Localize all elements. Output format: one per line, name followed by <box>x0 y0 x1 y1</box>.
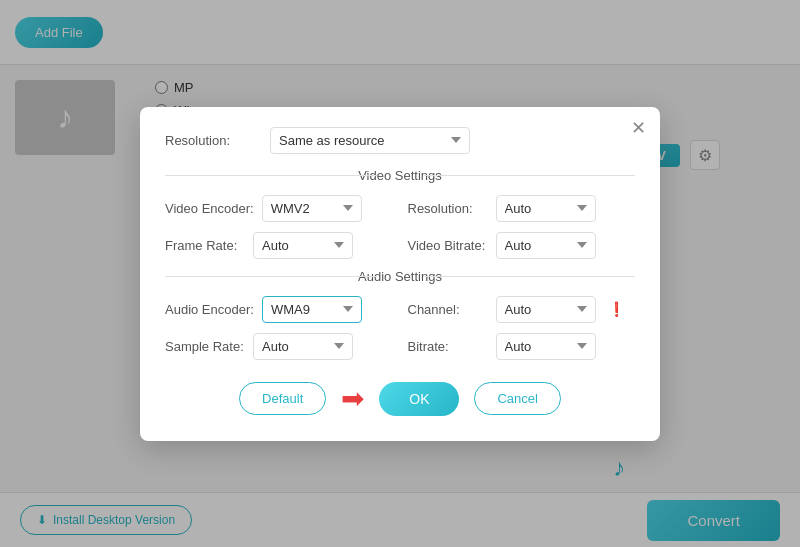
sample-rate-row: Sample Rate: Auto <box>165 333 393 360</box>
channel-label: Channel: <box>408 302 488 317</box>
modal-buttons: Default ➡ OK Cancel <box>165 382 635 416</box>
video-settings-grid: Video Encoder: WMV2 WMV1 WMV3 Resolution… <box>165 195 635 259</box>
audio-settings-title: Audio Settings <box>165 269 635 284</box>
video-encoder-select[interactable]: WMV2 WMV1 WMV3 <box>262 195 362 222</box>
audio-encoder-row: Audio Encoder: WMA9 WMA8 PCM <box>165 296 393 323</box>
resolution-row: Resolution: Same as resource 1920x1080 1… <box>165 127 635 154</box>
sample-rate-select[interactable]: Auto <box>253 333 353 360</box>
resolution-select[interactable]: Same as resource 1920x1080 1280x720 854x… <box>270 127 470 154</box>
app-container: Add File ♪ MP WI <box>0 0 800 547</box>
video-bitrate-row: Video Bitrate: Auto <box>408 232 636 259</box>
channel-select[interactable]: Auto <box>496 296 596 323</box>
ok-button[interactable]: OK <box>379 382 459 416</box>
resolution-col-row: Resolution: Auto <box>408 195 636 222</box>
bitrate-select[interactable]: Auto <box>496 333 596 360</box>
frame-rate-row: Frame Rate: Auto <box>165 232 393 259</box>
bitrate-row: Bitrate: Auto <box>408 333 636 360</box>
video-bitrate-label: Video Bitrate: <box>408 238 488 253</box>
cancel-button[interactable]: Cancel <box>474 382 560 415</box>
modal-dialog: ✕ Resolution: Same as resource 1920x1080… <box>140 107 660 441</box>
audio-settings-grid: Audio Encoder: WMA9 WMA8 PCM Channel: Au… <box>165 296 635 360</box>
video-encoder-label: Video Encoder: <box>165 201 254 216</box>
channel-row: Channel: Auto ❗ <box>408 296 636 323</box>
modal-overlay: ✕ Resolution: Same as resource 1920x1080… <box>0 0 800 547</box>
sample-rate-label: Sample Rate: <box>165 339 245 354</box>
video-bitrate-select[interactable]: Auto <box>496 232 596 259</box>
warning-icon: ❗ <box>608 301 625 317</box>
video-encoder-row: Video Encoder: WMV2 WMV1 WMV3 <box>165 195 393 222</box>
right-arrow-icon: ➡ <box>341 382 364 415</box>
modal-close-button[interactable]: ✕ <box>631 119 646 137</box>
resolution-label: Resolution: <box>165 133 260 148</box>
frame-rate-label: Frame Rate: <box>165 238 245 253</box>
bitrate-label: Bitrate: <box>408 339 488 354</box>
arrow-container: ➡ <box>341 382 364 415</box>
resolution-col-label: Resolution: <box>408 201 488 216</box>
audio-encoder-select[interactable]: WMA9 WMA8 PCM <box>262 296 362 323</box>
frame-rate-select[interactable]: Auto <box>253 232 353 259</box>
audio-encoder-label: Audio Encoder: <box>165 302 254 317</box>
resolution-col-select[interactable]: Auto <box>496 195 596 222</box>
video-settings-title: Video Settings <box>165 168 635 183</box>
default-button[interactable]: Default <box>239 382 326 415</box>
